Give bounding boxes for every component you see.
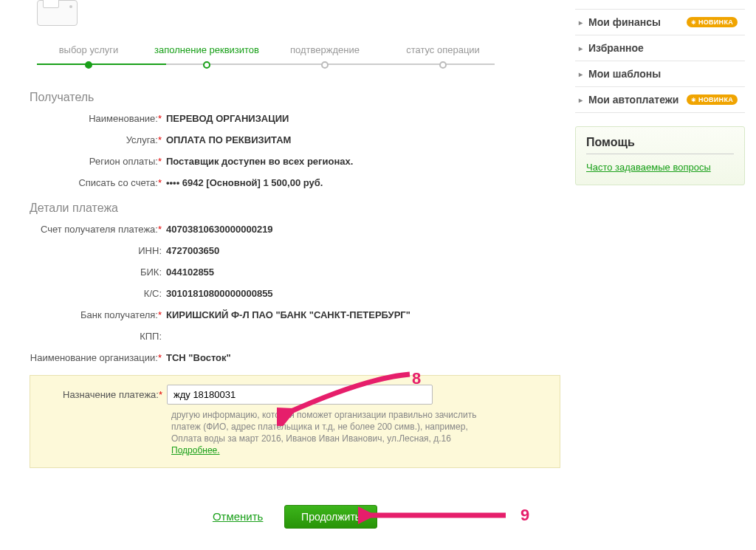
step-3: подтверждение [266, 44, 384, 69]
help-box: Помощь Часто задаваемые вопросы [575, 126, 745, 185]
annotation-number-8: 8 [412, 369, 421, 388]
recipient-acc-value: 40703810630000000219 [166, 224, 560, 235]
service-label: Услуга: [126, 134, 158, 145]
sidebar-item-label: Мои шаблоны [588, 68, 661, 80]
purpose-block: Назначение платежа:* другую информацию, … [30, 375, 560, 468]
progress-steps: выбор услуги заполнение реквизитов подтв… [30, 44, 502, 69]
row-service: Услуга:* ОПЛАТА ПО РЕКВИЗИТАМ [30, 134, 560, 145]
actions: Отменить Продолжить [30, 505, 560, 529]
step-label: выбор услуги [59, 44, 119, 55]
row-name: Наименование:* ПЕРЕВОД ОРГАНИЗАЦИИ [30, 113, 560, 124]
row-inn: ИНН: 4727003650 [30, 245, 560, 256]
kpp-label: КПП: [140, 331, 162, 342]
service-value: ОПЛАТА ПО РЕКВИЗИТАМ [166, 134, 560, 145]
section-details-title: Детали платежа [30, 202, 560, 215]
step-1: выбор услуги [30, 44, 148, 69]
row-kpp: КПП: [30, 331, 560, 342]
ks-value: 30101810800000000855 [166, 288, 560, 299]
inn-label: ИНН: [138, 245, 162, 256]
step-label: заполнение реквизитов [154, 44, 259, 55]
row-bank: Банк получателя:* КИРИШСКИЙ Ф-Л ПАО "БАН… [30, 309, 560, 320]
new-badge: НОВИНКА [687, 17, 738, 27]
side-menu: Мои финансы НОВИНКА Избранное Мои шаблон… [575, 9, 745, 113]
card-icon [37, 0, 78, 26]
sidebar-item-label: Мои автоплатежи [588, 94, 678, 106]
org-label: Наименование организации: [30, 352, 158, 363]
sidebar-item-finances[interactable]: Мои финансы НОВИНКА [575, 10, 745, 35]
step-label: подтверждение [290, 44, 360, 55]
name-value: ПЕРЕВОД ОРГАНИЗАЦИИ [166, 113, 560, 124]
sidebar-item-label: Мои финансы [588, 16, 661, 28]
recipient-acc-label: Счет получателя платежа: [41, 224, 158, 235]
name-label: Наименование: [89, 113, 158, 124]
row-account: Списать со счета:* •••• 6942 [Основной] … [30, 177, 560, 188]
sidebar-item-label: Избранное [588, 42, 644, 54]
row-ks: К/С: 30101810800000000855 [30, 288, 560, 299]
row-org: Наименование организации:* ТСН "Восток" [30, 352, 560, 365]
org-value: ТСН "Восток" [166, 352, 560, 363]
purpose-label: Назначение платежа: [63, 389, 159, 400]
bank-label: Банк получателя: [80, 309, 158, 320]
sidebar-item-templates[interactable]: Мои шаблоны [575, 61, 745, 87]
faq-link[interactable]: Часто задаваемые вопросы [586, 162, 711, 173]
inn-value: 4727003650 [166, 245, 560, 256]
purpose-more-link[interactable]: Подробнее. [171, 445, 220, 456]
continue-button[interactable]: Продолжить [284, 505, 377, 529]
sidebar-item-autopay[interactable]: Мои автоплатежи НОВИНКА [575, 87, 745, 113]
bik-label: БИК: [140, 267, 162, 278]
step-2: заполнение реквизитов [148, 44, 266, 69]
region-label: Регион оплаты: [89, 156, 158, 167]
step-4: статус операции [384, 44, 502, 69]
cancel-link[interactable]: Отменить [213, 510, 264, 523]
purpose-hint: другую информацию, которая поможет орган… [171, 409, 496, 457]
sidebar-item-favorites[interactable]: Избранное [575, 35, 745, 61]
help-title: Помощь [586, 136, 734, 154]
step-label: статус операции [406, 44, 480, 55]
row-bik: БИК: 044102855 [30, 267, 560, 278]
ks-label: К/С: [144, 288, 162, 299]
purpose-input[interactable] [167, 385, 433, 405]
section-recipient-title: Получатель [30, 91, 560, 104]
region-value: Поставщик доступен во всех регионах. [166, 156, 560, 167]
account-value: •••• 6942 [Основной] 1 500,00 руб. [166, 177, 560, 188]
row-region: Регион оплаты:* Поставщик доступен во вс… [30, 156, 560, 167]
annotation-number-9: 9 [520, 506, 529, 525]
bik-value: 044102855 [166, 267, 560, 278]
bank-value: КИРИШСКИЙ Ф-Л ПАО "БАНК "САНКТ-ПЕТЕРБУРГ… [166, 309, 560, 320]
row-recipient-acc: Счет получателя платежа:* 40703810630000… [30, 224, 560, 235]
new-badge: НОВИНКА [687, 94, 738, 105]
account-label: Списать со счета: [78, 177, 158, 188]
